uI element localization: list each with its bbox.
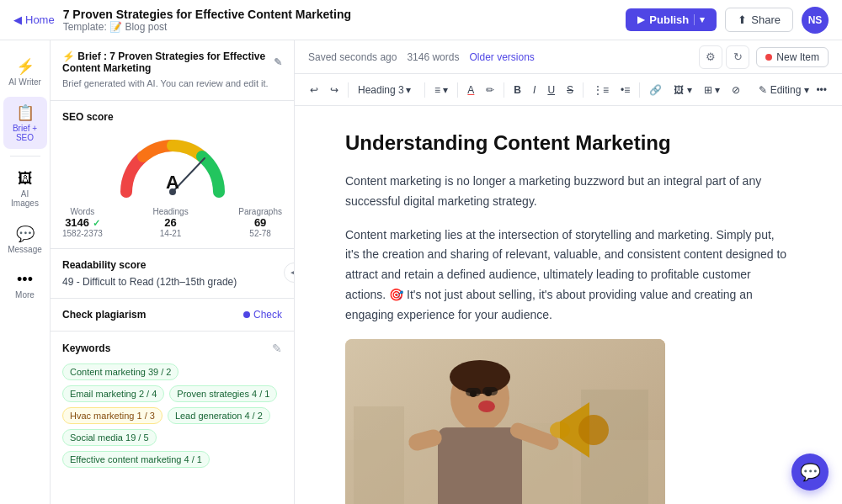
seo-stat-headings: Headings 26 14-21 [152, 207, 188, 238]
content-heading: Understanding Content Marketing [345, 131, 791, 155]
plagiarism-title: Check plagiarism [62, 309, 146, 321]
more-options-button[interactable]: ⊘ [727, 82, 745, 98]
brief-title: ⚡ Brief : 7 Proven Strategies for Effect… [62, 50, 282, 74]
gauge-chart: A [114, 131, 232, 199]
toolbar-separator [639, 82, 640, 98]
editor-content[interactable]: Understanding Content Marketing Content … [295, 106, 842, 504]
svg-rect-6 [581, 390, 648, 504]
keyword-tag[interactable]: Content marketing 39 / 2 [62, 363, 179, 380]
more-icon: ••• [17, 271, 33, 289]
seo-stats: Words 3146 ✓ 1582-2373 Headings 26 14-21… [62, 207, 282, 238]
keyword-tag[interactable]: Effective content marketing 4 / 1 [62, 451, 210, 468]
page-title: 7 Proven Strategies for Effective Conten… [63, 8, 351, 21]
title-area: 7 Proven Strategies for Effective Conten… [63, 8, 351, 33]
readability-score: 49 - Difficult to Read (12th–15th grade) [62, 276, 282, 288]
toolbar-separator [583, 82, 584, 98]
seo-score-section: SEO score A [51, 101, 294, 249]
italic-button[interactable]: I [528, 82, 541, 98]
svg-rect-18 [466, 388, 481, 396]
template-label: Template: 📝 Blog post [63, 21, 351, 33]
red-dot-icon [765, 54, 772, 61]
unordered-list-button[interactable]: •≡ [616, 82, 635, 98]
avatar[interactable]: NS [802, 7, 829, 34]
toolbar-separator [348, 82, 349, 98]
share-button[interactable]: ⬆ Share [725, 8, 793, 32]
publish-arrow-icon: ▶ [637, 14, 644, 25]
more-menu-button[interactable]: ••• [811, 82, 832, 98]
table-button[interactable]: ⊞ ▾ [699, 82, 725, 98]
image-button[interactable]: 🖼 ▾ [669, 82, 696, 98]
keyword-tag[interactable]: Proven strategies 4 / 1 [169, 385, 277, 402]
word-count: 3146 words [407, 51, 459, 63]
link-button[interactable]: 🔗 [644, 82, 667, 98]
sidebar-item-brief-seo[interactable]: 📋 Brief + SEO [3, 97, 47, 149]
ai-writer-icon: ⚡ [16, 57, 35, 76]
keyword-tag[interactable]: Lead generation 4 / 2 [168, 407, 270, 424]
bold-button[interactable]: B [509, 82, 526, 98]
toolbar-separator [457, 82, 458, 98]
topbar-right: ▶ Publish ▾ ⬆ Share NS [626, 7, 829, 34]
nav-divider [10, 156, 40, 157]
readability-section: Readability score 49 - Difficult to Read… [51, 249, 294, 299]
svg-text:A: A [166, 172, 179, 193]
svg-point-15 [478, 401, 495, 412]
keywords-header: Keywords ✎ [62, 342, 282, 355]
new-item-button[interactable]: New Item [756, 47, 829, 67]
seo-title: SEO score [62, 111, 282, 123]
home-link[interactable]: ◀ Home [13, 13, 55, 26]
keyword-tag[interactable]: Social media 19 / 5 [62, 429, 157, 446]
editor-meta: Saved seconds ago 3146 words Older versi… [308, 51, 535, 63]
publish-chevron-icon: ▾ [694, 14, 705, 25]
sidebar-item-message[interactable]: 💬 Message [3, 218, 47, 261]
align-button[interactable]: ≡ ▾ [429, 82, 453, 98]
content-image-svg [345, 339, 665, 504]
svg-point-14 [578, 415, 609, 445]
keywords-title: Keywords [62, 342, 110, 354]
left-nav: ⚡ AI Writer 📋 Brief + SEO 🖼 AI Images 💬 … [0, 40, 51, 504]
keywords-section: Keywords ✎ Content marketing 39 / 2 Emai… [51, 332, 294, 478]
editor-actions: ⚙ ↻ New Item [699, 45, 829, 69]
font-color-button[interactable]: A [462, 82, 479, 98]
svg-rect-19 [482, 387, 498, 395]
ai-images-icon: 🖼 [18, 170, 33, 188]
publish-button[interactable]: ▶ Publish ▾ [626, 8, 717, 31]
seo-stat-words: Words 3146 ✓ 1582-2373 [62, 207, 103, 238]
editing-mode: ✎ Editing ▾ [759, 84, 810, 96]
keyword-tags: Content marketing 39 / 2 Email marketing… [62, 363, 282, 468]
chat-bubble-button[interactable]: 💬 [791, 454, 829, 491]
brief-edit-icon[interactable]: ✎ [274, 56, 282, 68]
plagiarism-section: Check plagiarism Check [51, 299, 294, 332]
sidebar-item-more[interactable]: ••• More [3, 264, 47, 306]
editing-chevron-icon[interactable]: ▾ [804, 84, 809, 96]
older-versions-link[interactable]: Older versions [469, 51, 534, 63]
sidebar: ◀ ⚡ Brief : 7 Proven Strategies for Effe… [51, 40, 295, 504]
message-icon: 💬 [16, 225, 35, 243]
undo-button[interactable]: ↩ [305, 82, 323, 98]
keywords-edit-icon[interactable]: ✎ [272, 342, 282, 355]
settings-icon-button[interactable]: ⚙ [699, 45, 722, 69]
keyword-tag[interactable]: Email marketing 2 / 4 [62, 385, 164, 402]
icon-buttons: ⚙ ↻ [699, 45, 749, 69]
strikethrough-button[interactable]: S [562, 82, 578, 98]
highlight-button[interactable]: ✏ [481, 82, 499, 98]
redo-button[interactable]: ↪ [325, 82, 344, 98]
content-para-2: Content marketing lies at the intersecti… [345, 225, 791, 326]
brief-description: Brief generated with AI. You can review … [62, 77, 282, 90]
keyword-tag[interactable]: Hvac marketing 1 / 3 [62, 407, 163, 424]
editor-area: Saved seconds ago 3146 words Older versi… [295, 40, 842, 504]
format-toolbar: ↩ ↪ Heading 3 ▾ ≡ ▾ A ✏ B I U S ⋮≡ •≡ 🔗 … [295, 74, 842, 106]
sidebar-item-ai-images[interactable]: 🖼 AI Images [3, 163, 47, 215]
main-layout: ⚡ AI Writer 📋 Brief + SEO 🖼 AI Images 💬 … [0, 40, 842, 504]
svg-point-9 [450, 360, 510, 394]
plagiarism-check-button[interactable]: Check [243, 309, 282, 321]
heading-selector[interactable]: Heading 3 ▾ [353, 82, 420, 98]
plagiarism-dot-icon [243, 311, 250, 318]
underline-button[interactable]: U [542, 82, 560, 98]
sidebar-item-ai-writer[interactable]: ⚡ AI Writer [3, 50, 47, 93]
heading-chevron-icon: ▾ [406, 84, 411, 96]
saved-status: Saved seconds ago [308, 51, 397, 63]
refresh-icon-button[interactable]: ↻ [726, 45, 749, 69]
svg-rect-10 [438, 427, 522, 504]
ordered-list-button[interactable]: ⋮≡ [588, 82, 614, 98]
topbar: ◀ Home 7 Proven Strategies for Effective… [0, 0, 842, 40]
